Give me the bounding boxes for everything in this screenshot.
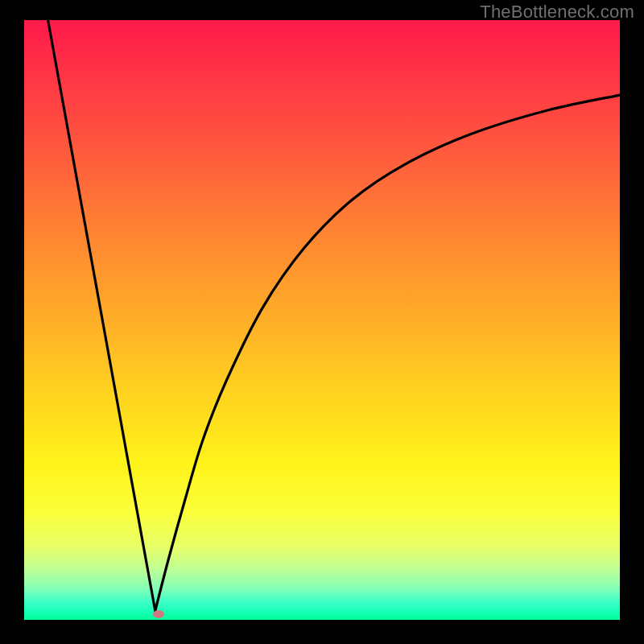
chart-canvas: TheBottleneck.com — [0, 0, 644, 644]
minimum-marker — [153, 610, 164, 618]
plot-area — [24, 20, 620, 620]
curve-left-branch — [48, 20, 155, 611]
curve-layer — [24, 20, 620, 620]
watermark-text: TheBottleneck.com — [480, 2, 634, 23]
curve-right-branch — [155, 95, 620, 611]
